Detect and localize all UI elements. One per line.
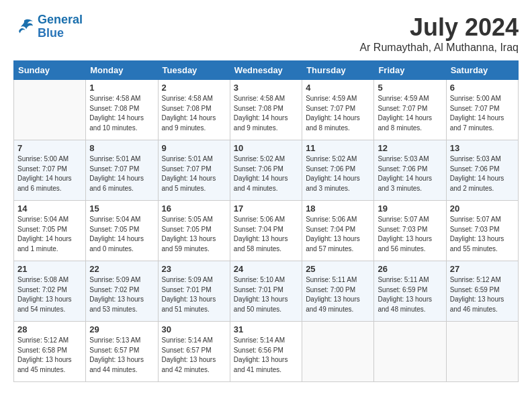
day-info: Sunrise: 5:01 AM Sunset: 7:07 PM Dayligh… xyxy=(162,154,226,193)
day-number: 30 xyxy=(162,324,226,334)
day-info: Sunrise: 5:03 AM Sunset: 7:06 PM Dayligh… xyxy=(378,154,442,193)
calendar-cell: 26Sunrise: 5:11 AM Sunset: 6:59 PM Dayli… xyxy=(374,261,446,322)
calendar-cell: 24Sunrise: 5:10 AM Sunset: 7:01 PM Dayli… xyxy=(230,261,302,322)
day-number: 27 xyxy=(450,264,515,274)
day-info: Sunrise: 5:09 AM Sunset: 7:01 PM Dayligh… xyxy=(162,275,226,314)
calendar-cell: 31Sunrise: 5:14 AM Sunset: 6:56 PM Dayli… xyxy=(230,322,302,382)
calendar-cell: 25Sunrise: 5:11 AM Sunset: 7:00 PM Dayli… xyxy=(302,261,374,322)
calendar-cell: 29Sunrise: 5:13 AM Sunset: 6:57 PM Dayli… xyxy=(86,322,158,382)
calendar-cell: 20Sunrise: 5:07 AM Sunset: 7:03 PM Dayli… xyxy=(446,201,518,261)
calendar-cell: 2Sunrise: 4:58 AM Sunset: 7:08 PM Daylig… xyxy=(158,80,230,140)
calendar-cell: 19Sunrise: 5:07 AM Sunset: 7:03 PM Dayli… xyxy=(374,201,446,261)
day-number: 17 xyxy=(234,203,298,214)
calendar-cell: 18Sunrise: 5:06 AM Sunset: 7:04 PM Dayli… xyxy=(302,201,374,261)
day-number: 28 xyxy=(17,324,82,334)
calendar-cell: 11Sunrise: 5:02 AM Sunset: 7:06 PM Dayli… xyxy=(302,140,374,201)
day-info: Sunrise: 4:59 AM Sunset: 7:07 PM Dayligh… xyxy=(378,94,442,133)
day-number: 12 xyxy=(378,143,442,153)
day-number: 16 xyxy=(162,203,226,214)
day-number: 1 xyxy=(89,83,154,93)
day-number: 9 xyxy=(162,143,226,153)
day-info: Sunrise: 5:12 AM Sunset: 6:58 PM Dayligh… xyxy=(17,336,82,375)
calendar-cell xyxy=(446,322,518,382)
calendar-cell: 28Sunrise: 5:12 AM Sunset: 6:58 PM Dayli… xyxy=(14,322,86,382)
day-info: Sunrise: 5:14 AM Sunset: 6:57 PM Dayligh… xyxy=(162,336,226,375)
day-info: Sunrise: 5:07 AM Sunset: 7:03 PM Dayligh… xyxy=(378,215,442,254)
day-info: Sunrise: 5:13 AM Sunset: 6:57 PM Dayligh… xyxy=(89,336,154,375)
day-number: 19 xyxy=(378,203,442,214)
calendar-week-row: 28Sunrise: 5:12 AM Sunset: 6:58 PM Dayli… xyxy=(14,322,519,382)
day-number: 21 xyxy=(17,264,82,274)
logo-text: GeneralBlue xyxy=(38,13,83,40)
day-number: 20 xyxy=(450,203,515,214)
day-number: 13 xyxy=(450,143,515,153)
calendar-cell: 8Sunrise: 5:01 AM Sunset: 7:07 PM Daylig… xyxy=(86,140,158,201)
calendar-cell: 15Sunrise: 5:04 AM Sunset: 7:05 PM Dayli… xyxy=(86,201,158,261)
calendar-cell: 27Sunrise: 5:12 AM Sunset: 6:59 PM Dayli… xyxy=(446,261,518,322)
day-info: Sunrise: 5:02 AM Sunset: 7:06 PM Dayligh… xyxy=(306,154,370,193)
day-number: 8 xyxy=(89,143,154,153)
calendar-cell: 5Sunrise: 4:59 AM Sunset: 7:07 PM Daylig… xyxy=(374,80,446,140)
day-number: 14 xyxy=(17,203,82,214)
day-number: 7 xyxy=(17,143,82,153)
logo-icon xyxy=(13,16,35,38)
day-info: Sunrise: 5:11 AM Sunset: 6:59 PM Dayligh… xyxy=(378,275,442,314)
calendar-week-row: 7Sunrise: 5:00 AM Sunset: 7:07 PM Daylig… xyxy=(14,140,519,201)
day-number: 31 xyxy=(234,324,298,334)
day-number: 26 xyxy=(378,264,442,274)
day-info: Sunrise: 5:12 AM Sunset: 6:59 PM Dayligh… xyxy=(450,275,515,314)
calendar-cell: 9Sunrise: 5:01 AM Sunset: 7:07 PM Daylig… xyxy=(158,140,230,201)
day-number: 6 xyxy=(450,83,515,93)
day-info: Sunrise: 5:10 AM Sunset: 7:01 PM Dayligh… xyxy=(234,275,298,314)
day-info: Sunrise: 5:05 AM Sunset: 7:05 PM Dayligh… xyxy=(162,215,226,254)
day-info: Sunrise: 5:06 AM Sunset: 7:04 PM Dayligh… xyxy=(234,215,298,254)
calendar-week-row: 1Sunrise: 4:58 AM Sunset: 7:08 PM Daylig… xyxy=(14,80,519,140)
calendar-cell xyxy=(374,322,446,382)
day-info: Sunrise: 5:00 AM Sunset: 7:07 PM Dayligh… xyxy=(450,94,515,133)
day-number: 24 xyxy=(234,264,298,274)
calendar-cell: 13Sunrise: 5:03 AM Sunset: 7:06 PM Dayli… xyxy=(446,140,518,201)
calendar-week-row: 14Sunrise: 5:04 AM Sunset: 7:05 PM Dayli… xyxy=(14,201,519,261)
calendar-cell: 12Sunrise: 5:03 AM Sunset: 7:06 PM Dayli… xyxy=(374,140,446,201)
day-number: 11 xyxy=(306,143,370,153)
calendar-cell: 6Sunrise: 5:00 AM Sunset: 7:07 PM Daylig… xyxy=(446,80,518,140)
day-number: 4 xyxy=(306,83,370,93)
day-info: Sunrise: 5:11 AM Sunset: 7:00 PM Dayligh… xyxy=(306,275,370,314)
day-info: Sunrise: 4:59 AM Sunset: 7:07 PM Dayligh… xyxy=(306,94,370,133)
calendar-cell: 4Sunrise: 4:59 AM Sunset: 7:07 PM Daylig… xyxy=(302,80,374,140)
day-info: Sunrise: 5:01 AM Sunset: 7:07 PM Dayligh… xyxy=(89,154,154,193)
day-number: 23 xyxy=(162,264,226,274)
calendar-cell: 22Sunrise: 5:09 AM Sunset: 7:02 PM Dayli… xyxy=(86,261,158,322)
day-number: 5 xyxy=(378,83,442,93)
calendar-cell xyxy=(302,322,374,382)
day-info: Sunrise: 5:08 AM Sunset: 7:02 PM Dayligh… xyxy=(17,275,82,314)
calendar-cell: 17Sunrise: 5:06 AM Sunset: 7:04 PM Dayli… xyxy=(230,201,302,261)
header-saturday: Saturday xyxy=(446,61,518,80)
calendar-table: SundayMondayTuesdayWednesdayThursdayFrid… xyxy=(13,60,519,382)
title-block: July 2024 Ar Rumaythah, Al Muthanna, Ira… xyxy=(359,13,519,54)
calendar-cell: 16Sunrise: 5:05 AM Sunset: 7:05 PM Dayli… xyxy=(158,201,230,261)
header-sunday: Sunday xyxy=(14,61,86,80)
day-number: 18 xyxy=(306,203,370,214)
day-info: Sunrise: 5:02 AM Sunset: 7:06 PM Dayligh… xyxy=(234,154,298,193)
day-number: 25 xyxy=(306,264,370,274)
calendar-cell: 14Sunrise: 5:04 AM Sunset: 7:05 PM Dayli… xyxy=(14,201,86,261)
calendar-cell: 7Sunrise: 5:00 AM Sunset: 7:07 PM Daylig… xyxy=(14,140,86,201)
month-title: July 2024 xyxy=(359,13,519,42)
day-info: Sunrise: 5:00 AM Sunset: 7:07 PM Dayligh… xyxy=(17,154,82,193)
day-info: Sunrise: 5:09 AM Sunset: 7:02 PM Dayligh… xyxy=(89,275,154,314)
day-info: Sunrise: 5:07 AM Sunset: 7:03 PM Dayligh… xyxy=(450,215,515,254)
day-number: 3 xyxy=(234,83,298,93)
calendar-cell: 30Sunrise: 5:14 AM Sunset: 6:57 PM Dayli… xyxy=(158,322,230,382)
day-info: Sunrise: 5:04 AM Sunset: 7:05 PM Dayligh… xyxy=(89,215,154,254)
day-info: Sunrise: 5:14 AM Sunset: 6:56 PM Dayligh… xyxy=(234,336,298,375)
day-info: Sunrise: 5:04 AM Sunset: 7:05 PM Dayligh… xyxy=(17,215,82,254)
header-wednesday: Wednesday xyxy=(230,61,302,80)
location-title: Ar Rumaythah, Al Muthanna, Iraq xyxy=(359,42,519,54)
header-thursday: Thursday xyxy=(302,61,374,80)
day-info: Sunrise: 4:58 AM Sunset: 7:08 PM Dayligh… xyxy=(162,94,226,133)
header-monday: Monday xyxy=(86,61,158,80)
day-info: Sunrise: 5:03 AM Sunset: 7:06 PM Dayligh… xyxy=(450,154,515,193)
calendar-cell: 3Sunrise: 4:58 AM Sunset: 7:08 PM Daylig… xyxy=(230,80,302,140)
day-info: Sunrise: 4:58 AM Sunset: 7:08 PM Dayligh… xyxy=(89,94,154,133)
